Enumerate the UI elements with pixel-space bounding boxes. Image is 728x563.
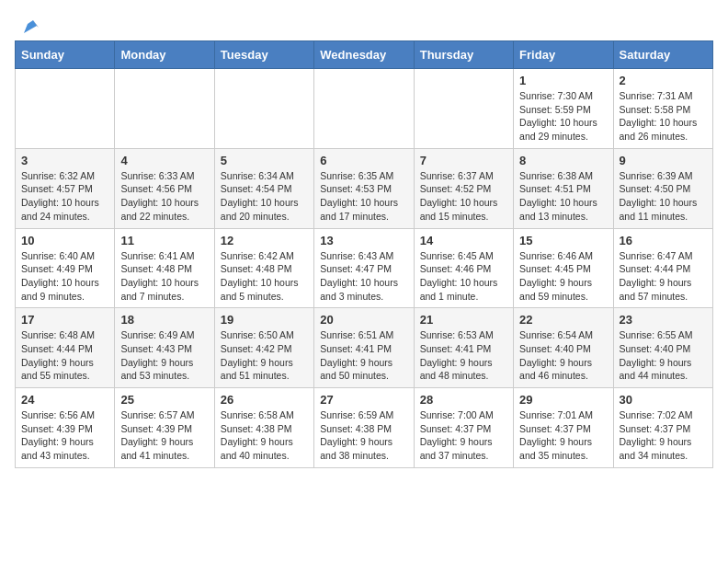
day-info: Sunrise: 6:58 AM Sunset: 4:38 PM Dayligh… [221, 408, 308, 463]
calendar-cell: 20Sunrise: 6:51 AM Sunset: 4:41 PM Dayli… [314, 308, 414, 388]
day-info: Sunrise: 6:35 AM Sunset: 4:53 PM Dayligh… [320, 169, 407, 224]
day-info: Sunrise: 6:48 AM Sunset: 4:44 PM Dayligh… [21, 328, 108, 383]
day-info: Sunrise: 6:47 AM Sunset: 4:44 PM Dayligh… [620, 249, 707, 304]
calendar-cell: 25Sunrise: 6:57 AM Sunset: 4:39 PM Dayli… [115, 388, 214, 468]
calendar-cell: 26Sunrise: 6:58 AM Sunset: 4:38 PM Dayli… [214, 388, 313, 468]
weekday-header: Friday [514, 41, 613, 69]
day-number: 12 [221, 234, 308, 247]
calendar-cell: 24Sunrise: 6:56 AM Sunset: 4:39 PM Dayli… [16, 388, 115, 468]
day-number: 22 [519, 313, 607, 327]
day-info: Sunrise: 6:42 AM Sunset: 4:48 PM Dayligh… [221, 249, 308, 304]
calendar-cell: 21Sunrise: 6:53 AM Sunset: 4:41 PM Dayli… [414, 308, 513, 388]
weekday-header: Wednesday [314, 41, 414, 69]
day-number: 11 [120, 234, 208, 247]
day-number: 26 [221, 393, 308, 407]
calendar-cell: 30Sunrise: 7:02 AM Sunset: 4:37 PM Dayli… [613, 388, 712, 468]
calendar-week: 10Sunrise: 6:40 AM Sunset: 4:49 PM Dayli… [16, 228, 713, 308]
day-number: 29 [519, 393, 607, 407]
calendar-cell [115, 69, 214, 149]
day-number: 4 [120, 154, 208, 167]
calendar-cell: 4Sunrise: 6:33 AM Sunset: 4:56 PM Daylig… [115, 148, 214, 228]
day-info: Sunrise: 6:57 AM Sunset: 4:39 PM Dayligh… [120, 408, 208, 463]
day-info: Sunrise: 6:33 AM Sunset: 4:56 PM Dayligh… [120, 169, 208, 224]
day-info: Sunrise: 6:34 AM Sunset: 4:54 PM Dayligh… [221, 169, 308, 224]
day-number: 30 [620, 393, 707, 407]
calendar-cell: 27Sunrise: 6:59 AM Sunset: 4:38 PM Dayli… [314, 388, 414, 468]
day-number: 3 [21, 154, 108, 167]
calendar: SundayMondayTuesdayWednesdayThursdayFrid… [9, 40, 719, 477]
day-info: Sunrise: 6:50 AM Sunset: 4:42 PM Dayligh… [221, 328, 308, 383]
weekday-row: SundayMondayTuesdayWednesdayThursdayFrid… [16, 41, 713, 69]
day-number: 28 [420, 393, 507, 407]
day-info: Sunrise: 6:59 AM Sunset: 4:38 PM Dayligh… [320, 408, 407, 463]
day-number: 9 [620, 154, 707, 167]
calendar-week: 17Sunrise: 6:48 AM Sunset: 4:44 PM Dayli… [16, 308, 713, 388]
day-number: 19 [221, 313, 308, 327]
day-info: Sunrise: 7:30 AM Sunset: 5:59 PM Dayligh… [519, 89, 607, 144]
calendar-cell: 2Sunrise: 7:31 AM Sunset: 5:58 PM Daylig… [613, 69, 712, 149]
day-info: Sunrise: 6:32 AM Sunset: 4:57 PM Dayligh… [21, 169, 108, 224]
calendar-week: 3Sunrise: 6:32 AM Sunset: 4:57 PM Daylig… [16, 148, 713, 228]
calendar-week: 24Sunrise: 6:56 AM Sunset: 4:39 PM Dayli… [16, 388, 713, 468]
day-info: Sunrise: 7:02 AM Sunset: 4:37 PM Dayligh… [620, 408, 707, 463]
day-number: 24 [21, 393, 108, 407]
calendar-cell: 15Sunrise: 6:46 AM Sunset: 4:45 PM Dayli… [514, 228, 613, 308]
day-info: Sunrise: 6:38 AM Sunset: 4:51 PM Dayligh… [519, 169, 607, 224]
calendar-cell: 5Sunrise: 6:34 AM Sunset: 4:54 PM Daylig… [214, 148, 313, 228]
calendar-cell: 3Sunrise: 6:32 AM Sunset: 4:57 PM Daylig… [16, 148, 115, 228]
day-info: Sunrise: 7:01 AM Sunset: 4:37 PM Dayligh… [519, 408, 607, 463]
calendar-header: SundayMondayTuesdayWednesdayThursdayFrid… [16, 41, 713, 69]
calendar-cell: 6Sunrise: 6:35 AM Sunset: 4:53 PM Daylig… [314, 148, 414, 228]
calendar-cell: 29Sunrise: 7:01 AM Sunset: 4:37 PM Dayli… [514, 388, 613, 468]
calendar-table: SundayMondayTuesdayWednesdayThursdayFrid… [15, 40, 713, 468]
calendar-cell [214, 69, 313, 149]
calendar-cell: 19Sunrise: 6:50 AM Sunset: 4:42 PM Dayli… [214, 308, 313, 388]
day-info: Sunrise: 6:43 AM Sunset: 4:47 PM Dayligh… [320, 249, 407, 304]
calendar-cell: 16Sunrise: 6:47 AM Sunset: 4:44 PM Dayli… [613, 228, 712, 308]
day-number: 2 [620, 74, 707, 87]
weekday-header: Saturday [613, 41, 712, 69]
calendar-cell: 14Sunrise: 6:45 AM Sunset: 4:46 PM Dayli… [414, 228, 513, 308]
day-number: 13 [320, 234, 407, 247]
calendar-cell: 28Sunrise: 7:00 AM Sunset: 4:37 PM Dayli… [414, 388, 513, 468]
day-info: Sunrise: 6:51 AM Sunset: 4:41 PM Dayligh… [320, 328, 407, 383]
day-number: 5 [221, 154, 308, 167]
day-info: Sunrise: 6:41 AM Sunset: 4:48 PM Dayligh… [120, 249, 208, 304]
day-number: 10 [21, 234, 108, 247]
day-number: 1 [519, 74, 607, 87]
calendar-week: 1Sunrise: 7:30 AM Sunset: 5:59 PM Daylig… [16, 69, 713, 149]
day-info: Sunrise: 6:45 AM Sunset: 4:46 PM Dayligh… [420, 249, 507, 304]
svg-marker-0 [24, 20, 37, 33]
calendar-cell: 8Sunrise: 6:38 AM Sunset: 4:51 PM Daylig… [514, 148, 613, 228]
day-number: 25 [120, 393, 208, 407]
header [9, 9, 719, 40]
day-number: 23 [620, 313, 707, 327]
calendar-cell [314, 69, 414, 149]
calendar-cell: 23Sunrise: 6:55 AM Sunset: 4:40 PM Dayli… [613, 308, 712, 388]
day-info: Sunrise: 6:40 AM Sunset: 4:49 PM Dayligh… [21, 249, 108, 304]
day-info: Sunrise: 6:54 AM Sunset: 4:40 PM Dayligh… [519, 328, 607, 383]
day-number: 17 [21, 313, 108, 327]
day-number: 15 [519, 234, 607, 247]
day-info: Sunrise: 6:49 AM Sunset: 4:43 PM Dayligh… [120, 328, 208, 383]
day-number: 21 [420, 313, 507, 327]
calendar-cell: 22Sunrise: 6:54 AM Sunset: 4:40 PM Dayli… [514, 308, 613, 388]
calendar-body: 1Sunrise: 7:30 AM Sunset: 5:59 PM Daylig… [16, 69, 713, 468]
calendar-cell: 18Sunrise: 6:49 AM Sunset: 4:43 PM Dayli… [115, 308, 214, 388]
calendar-cell: 10Sunrise: 6:40 AM Sunset: 4:49 PM Dayli… [16, 228, 115, 308]
day-number: 6 [320, 154, 407, 167]
day-number: 18 [120, 313, 208, 327]
day-number: 7 [420, 154, 507, 167]
day-info: Sunrise: 6:37 AM Sunset: 4:52 PM Dayligh… [420, 169, 507, 224]
day-number: 27 [320, 393, 407, 407]
weekday-header: Sunday [16, 41, 115, 69]
day-number: 8 [519, 154, 607, 167]
weekday-header: Tuesday [214, 41, 313, 69]
day-info: Sunrise: 7:31 AM Sunset: 5:58 PM Dayligh… [620, 89, 707, 144]
day-info: Sunrise: 7:00 AM Sunset: 4:37 PM Dayligh… [420, 408, 507, 463]
day-number: 20 [320, 313, 407, 327]
day-info: Sunrise: 6:55 AM Sunset: 4:40 PM Dayligh… [620, 328, 707, 383]
calendar-cell: 1Sunrise: 7:30 AM Sunset: 5:59 PM Daylig… [514, 69, 613, 149]
logo-icon [20, 17, 40, 37]
calendar-cell [414, 69, 513, 149]
